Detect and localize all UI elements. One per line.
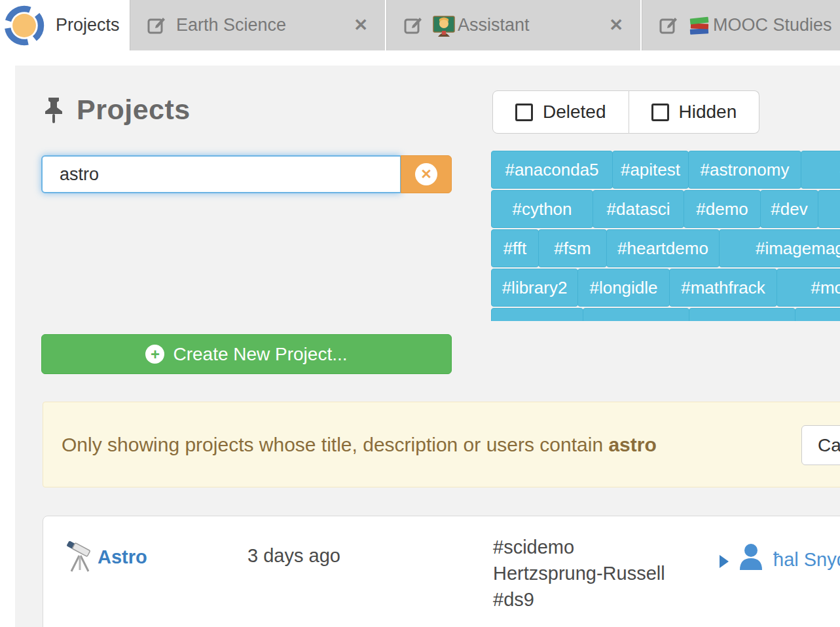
hashtag-button[interactable]: #heartdemo: [606, 229, 720, 267]
create-new-project-button[interactable]: + Create New Project...: [41, 334, 452, 374]
hashtag-button[interactable]: #imagemagick7: [719, 229, 840, 267]
alert-message: Only showing projects whose title, descr…: [62, 434, 657, 456]
hashtag-row: [491, 308, 840, 321]
edit-icon[interactable]: [404, 16, 422, 35]
project-user-name[interactable]: ħal Snyder: [773, 549, 840, 571]
hashtag-cloud: #anaconda5 #apitest #astronomy #ast #cyt…: [491, 151, 840, 321]
alert-search-term: astro: [608, 434, 656, 455]
tab-projects[interactable]: Projects: [56, 0, 120, 50]
filter-button-group: Deleted Hidden: [492, 90, 759, 134]
clear-search-button[interactable]: ✕: [401, 155, 452, 193]
hashtag-button[interactable]: #longidle: [577, 269, 670, 307]
project-description: #scidemo Hertzsprung-Russell #ds9: [493, 534, 665, 613]
hashtag-button-clipped[interactable]: [795, 308, 840, 321]
hashtag-button[interactable]: #fsm: [538, 229, 607, 267]
hashtag-button[interactable]: #monitor: [776, 269, 840, 307]
hashtag-button[interactable]: #ast: [801, 151, 840, 189]
tab-projects-label: Projects: [56, 15, 120, 35]
hashtag-button[interactable]: #cython: [491, 190, 593, 228]
hashtag-button[interactable]: #do: [818, 190, 840, 228]
alert-message-prefix: Only showing projects whose title, descr…: [62, 434, 608, 455]
edit-icon[interactable]: [659, 16, 678, 35]
cancel-filter-label: Cancel: [818, 435, 840, 456]
project-description-line: #scidemo: [493, 534, 665, 560]
tab-assistant-label: Assistant: [458, 15, 530, 35]
search-filter-alert: Only showing projects whose title, descr…: [43, 402, 840, 487]
hashtag-button[interactable]: #library2: [491, 269, 578, 307]
project-age: 3 days ago: [247, 545, 340, 567]
thumbtack-icon: [41, 96, 66, 124]
hashtag-button[interactable]: #fft: [491, 229, 539, 267]
checkbox-unchecked-icon: [651, 104, 669, 121]
hashtag-row: #fft #fsm #heartdemo #imagemagick7: [491, 229, 840, 267]
checkbox-unchecked-icon: [515, 104, 533, 121]
hashtag-button-clipped[interactable]: [689, 308, 795, 321]
hashtag-button-clipped[interactable]: [583, 308, 689, 321]
hashtag-button[interactable]: #datasci: [593, 190, 684, 228]
hashtag-row: #library2 #longidle #mathfrack #monitor: [491, 269, 840, 307]
project-title-cell: Astro: [66, 541, 147, 573]
hidden-filter-button[interactable]: Hidden: [629, 90, 760, 134]
times-circle-icon: ✕: [415, 163, 437, 185]
hidden-filter-label: Hidden: [679, 102, 737, 123]
tab-earth-science[interactable]: Earth Science ✕: [130, 0, 385, 50]
hashtag-button[interactable]: #apitest: [612, 151, 689, 189]
app-logo-icon[interactable]: [2, 3, 46, 48]
project-title-link[interactable]: Astro: [98, 546, 147, 568]
tab-bar: Projects Earth Science ✕ Assistant ✕: [0, 0, 840, 50]
close-icon[interactable]: ✕: [609, 15, 623, 35]
tab-earth-science-label: Earth Science: [176, 15, 286, 35]
books-icon: [688, 14, 710, 37]
deleted-filter-button[interactable]: Deleted: [492, 90, 629, 134]
telescope-icon: [66, 541, 95, 573]
hashtag-button[interactable]: #mathfrack: [669, 269, 777, 307]
project-row[interactable]: Astro 3 days ago #scidemo Hertzsprung-Ru…: [43, 516, 840, 627]
plus-circle-icon: +: [145, 345, 164, 364]
hashtag-button[interactable]: #dev: [760, 190, 818, 228]
hashtag-row: #anaconda5 #apitest #astronomy #ast: [491, 151, 840, 189]
tab-mooc-studies[interactable]: MOOC Studies ✕: [642, 0, 840, 50]
hashtag-row: #cython #datasci #demo #dev #do: [491, 190, 840, 228]
edit-icon[interactable]: [147, 16, 166, 35]
hashtag-button[interactable]: #anaconda5: [491, 151, 613, 189]
deleted-filter-label: Deleted: [543, 102, 606, 123]
tab-mooc-studies-label: MOOC Studies: [713, 15, 832, 35]
create-new-project-label: Create New Project...: [173, 344, 347, 365]
teacher-icon: [433, 14, 455, 37]
project-description-line: #ds9: [493, 586, 665, 613]
close-icon[interactable]: ✕: [354, 15, 368, 35]
project-search-input[interactable]: [41, 155, 401, 193]
cancel-filter-button[interactable]: Cancel: [801, 425, 840, 465]
page-title: Projects: [77, 94, 191, 126]
tab-assistant[interactable]: Assistant ✕: [386, 0, 640, 50]
caret-right-icon[interactable]: [720, 555, 729, 568]
hashtag-button[interactable]: #demo: [684, 190, 761, 228]
project-description-line: Hertzsprung-Russell: [493, 560, 665, 586]
page-heading: Projects: [41, 94, 191, 126]
hashtag-button[interactable]: #astronomy: [688, 151, 801, 189]
user-icon: [737, 542, 765, 570]
hashtag-button-clipped[interactable]: [491, 308, 583, 321]
